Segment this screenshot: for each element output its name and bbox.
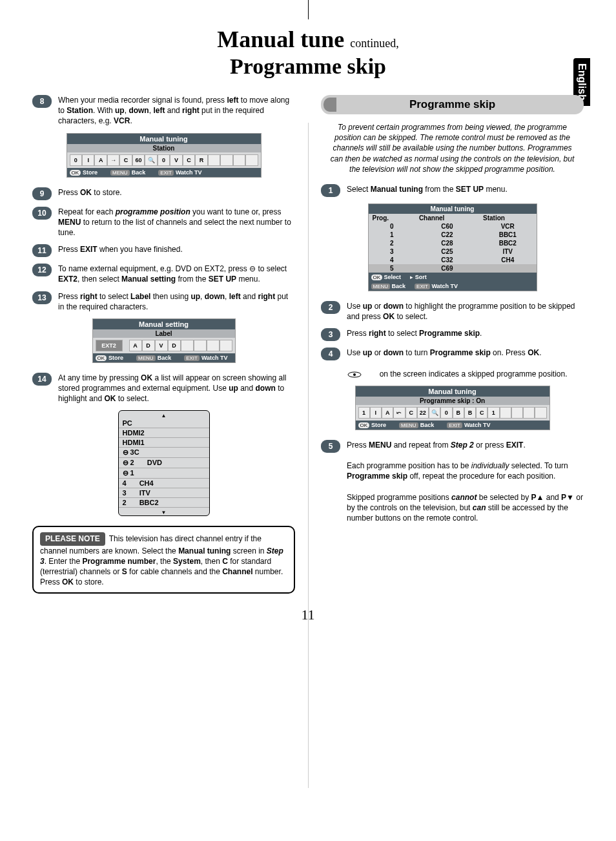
section-heading: Programme skip <box>321 95 584 114</box>
osd-manual-setting-label: Manual setting Label EXT2 ADVD OKStore M… <box>92 318 236 363</box>
step-number: 1 <box>321 184 340 197</box>
ext-label: EXT2 <box>96 340 123 351</box>
osd-cells: EXT2 ADVD <box>93 338 235 353</box>
list-item: HDMI1 <box>119 438 209 448</box>
column-divider <box>308 123 309 788</box>
menu-badge: MENU <box>110 170 130 176</box>
osd-footer: OK Select ▸ Sort <box>369 273 537 282</box>
osd-cell <box>220 340 232 351</box>
footer-store: Store <box>83 169 98 176</box>
step-text: Press EXIT when you have finished. <box>58 244 295 257</box>
menu-badge: MENU <box>371 284 391 289</box>
title-line2: Programme skip <box>32 54 584 79</box>
table-row: 2C28BBC2 <box>369 239 537 247</box>
step-number: 11 <box>32 244 52 257</box>
step-text: When your media recorder signal is found… <box>58 95 295 127</box>
osd-cell <box>207 340 220 351</box>
svg-point-1 <box>353 373 356 376</box>
step-11: 11Press EXIT when you have finished. <box>32 244 295 257</box>
step-text: Use up or down to turn Programme skip on… <box>347 348 584 379</box>
step-5: 5 Press MENU and repeat from Step 2 or p… <box>321 440 584 524</box>
step-3: 3Press right to select Programme skip. <box>321 328 584 341</box>
osd-footer: OKStore MENUBack EXITWatch TV <box>93 353 235 362</box>
footer-back: Back <box>158 355 172 361</box>
list-item: 2BBC2 <box>119 498 209 508</box>
step-number: 10 <box>32 207 52 220</box>
exit-badge: EXIT <box>184 355 200 361</box>
footer-store: Store <box>108 355 123 361</box>
osd-programme-skip: Manual tuning Programme skip : On 1IA⤺C2… <box>355 386 550 430</box>
osd-footer: OKStore MENUBack EXITWatch TV <box>67 168 261 177</box>
title-line1a: Manual tune <box>217 26 344 52</box>
table-row: 3C25ITV <box>369 247 537 256</box>
step-text: To name external equipment, e.g. DVD on … <box>58 264 295 284</box>
table-row: 1C22BBC1 <box>369 231 537 239</box>
osd-cells: 0IA→C60🔍0VCR <box>67 152 261 168</box>
osd-cell: I <box>370 407 382 419</box>
step-number: 5 <box>321 440 340 453</box>
osd-cell <box>500 407 511 419</box>
step-10: 10Repeat for each programme position you… <box>32 207 295 238</box>
osd-subtitle: Label <box>93 329 235 338</box>
osd-cell: B <box>453 407 464 419</box>
ok-badge: OK <box>358 422 370 428</box>
osd-cell: 0 <box>70 154 82 166</box>
ok-badge: OK <box>371 275 383 280</box>
osd-cell: I <box>82 154 94 166</box>
osd-title: Manual tuning <box>356 386 549 397</box>
step-13: 13Press right to select Label then using… <box>32 291 295 312</box>
programme-list-box: PCHDMI2HDMI1⊖ 3C⊖ 2DVD⊖ 14CH43ITV2BBC2 <box>118 410 210 516</box>
step-text: Press MENU and repeat from Step 2 or pre… <box>347 440 584 524</box>
crop-mark <box>308 0 309 19</box>
exit-badge: EXIT <box>447 422 462 428</box>
osd-cell: 60 <box>132 154 145 166</box>
osd-title: Manual setting <box>93 319 235 329</box>
osd-cell: D <box>142 340 155 351</box>
osd-cell: C <box>119 154 132 166</box>
footer-watch: Watch TV <box>464 422 491 428</box>
osd-programme-table: Manual tuning Prog. Channel Station 0C60… <box>368 203 537 291</box>
osd-cell: 0 <box>440 407 452 419</box>
osd-cell <box>523 407 535 419</box>
footer-watch: Watch TV <box>201 355 228 361</box>
osd-cell: A <box>94 154 107 166</box>
osd-cell: 1 <box>358 407 370 419</box>
osd-cell: D <box>168 340 181 351</box>
step-4: 4 Use up or down to turn Programme skip … <box>321 348 584 379</box>
step-number: 13 <box>32 291 52 304</box>
osd-cell: A <box>382 407 393 419</box>
footer-select: Select <box>384 274 402 280</box>
step-number: 3 <box>321 328 340 341</box>
osd-cell: 0 <box>158 154 170 166</box>
table-row: 5C69 <box>369 264 537 273</box>
osd-subtitle: Programme skip : On <box>356 397 549 405</box>
list-item: ⊖ 2DVD <box>119 458 209 468</box>
osd-cell: 🔍 <box>429 407 440 419</box>
step-1: 1Select Manual tuning from the SET UP me… <box>321 184 584 197</box>
step-text: At any time by pressing OK a list will a… <box>58 373 295 404</box>
osd-cell <box>233 154 245 166</box>
title-line1b: continued, <box>350 37 398 50</box>
footer-back: Back <box>420 422 435 428</box>
step-number: 8 <box>32 95 52 108</box>
step-text: Press right to select Label then using u… <box>58 291 295 312</box>
osd-cell: R <box>195 154 207 166</box>
step-number: 12 <box>32 264 52 276</box>
menu-badge: MENU <box>399 422 418 428</box>
list-item: ⊖ 1 <box>119 468 209 479</box>
osd-cell: A <box>129 340 142 351</box>
col-prog: Prog. <box>369 214 415 222</box>
osd-cell: 1 <box>488 407 499 419</box>
step-number: 14 <box>32 373 52 386</box>
osd-title: Manual tuning <box>369 204 537 214</box>
right-column: Programme skip To prevent certain progra… <box>321 95 584 594</box>
step-8: 8 When your media recorder signal is fou… <box>32 95 295 127</box>
osd-cell <box>181 340 194 351</box>
osd-cell: C <box>476 407 488 419</box>
list-item: 4CH4 <box>119 479 209 488</box>
col-station: Station <box>479 214 536 222</box>
list-item: ⊖ 3C <box>119 448 209 458</box>
step-9: 9Press OK to store. <box>32 187 295 200</box>
table-row: 0C60VCR <box>369 222 537 231</box>
footer-back: Back <box>132 169 146 176</box>
